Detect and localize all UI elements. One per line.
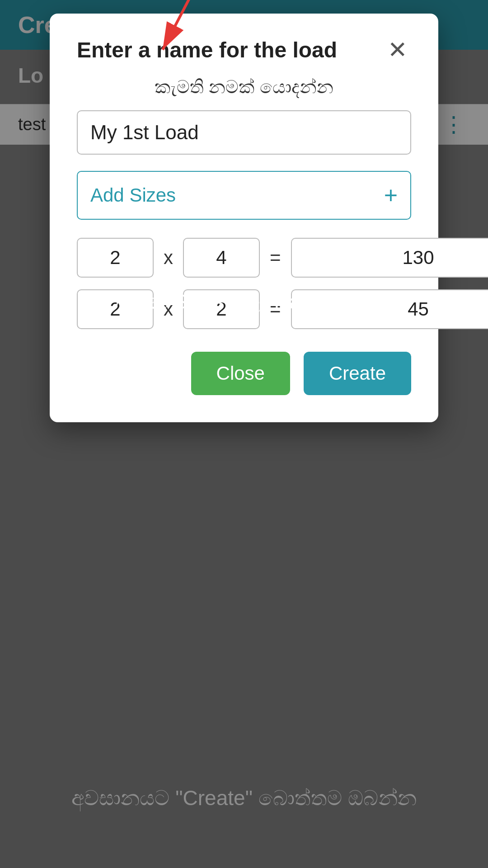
modal-subtitle: කැමති නමක් යොදන්න [77, 77, 411, 98]
annotation-arrow [127, 0, 262, 63]
add-sizes-plus-icon: + [384, 182, 398, 209]
size-row-1-col1[interactable] [77, 238, 154, 278]
size-row-1-result-wrapper: X [291, 238, 488, 278]
load-name-input[interactable] [77, 110, 411, 155]
size-row-1-col2[interactable] [183, 238, 260, 278]
modal-close-x-button[interactable]: ✕ [384, 36, 411, 63]
add-sizes-button[interactable]: Add Sizes + [77, 171, 411, 220]
modal-footer: Close Create [77, 352, 411, 395]
annotation-text-rates: ඉදිරියෙන් Sizes වල "Rates" දමන්න [57, 289, 431, 314]
modal-dialog: Enter a name for the load ✕ කැමති නමක් ය… [50, 14, 438, 422]
size-row-1-result[interactable] [291, 238, 488, 278]
svg-line-1 [163, 0, 217, 50]
multiply-operator-1: x [164, 247, 173, 269]
create-button[interactable]: Create [304, 352, 411, 395]
size-row-1: x = X [77, 238, 411, 278]
close-button[interactable]: Close [191, 352, 290, 395]
add-sizes-label: Add Sizes [90, 184, 176, 206]
equals-operator-1: = [270, 247, 281, 269]
annotation-container: ඉදිරියෙන් Sizes වල "Rates" දමන්න [0, 280, 488, 314]
